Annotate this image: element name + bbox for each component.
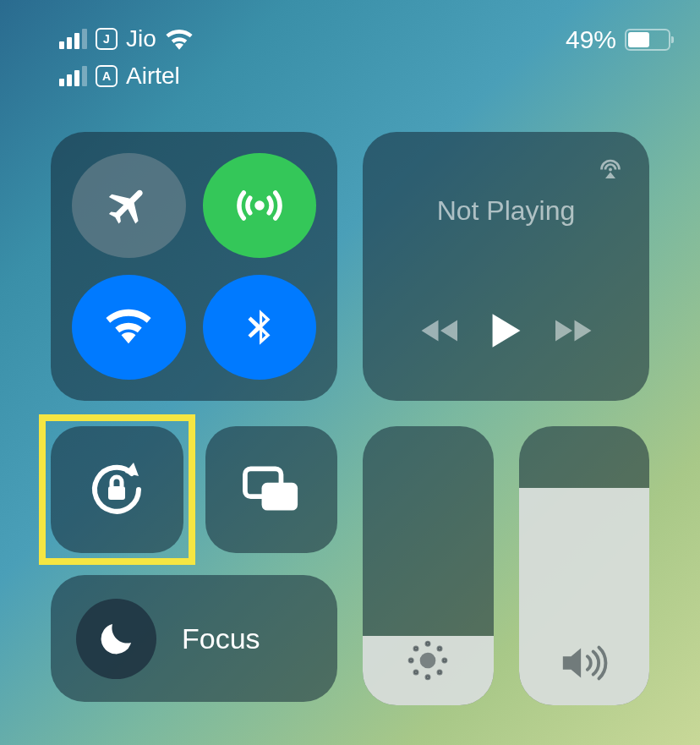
focus-label: Focus	[182, 622, 260, 655]
antenna-icon	[234, 180, 285, 231]
orientation-lock-button[interactable]	[51, 426, 183, 553]
airplane-icon	[105, 182, 152, 229]
focus-button[interactable]: Focus	[51, 575, 337, 702]
fast-forward-icon	[551, 315, 593, 346]
carrier-row-1: J Jio	[59, 25, 194, 52]
play-icon	[489, 311, 523, 350]
bluetooth-icon	[238, 303, 281, 352]
svg-point-1	[609, 168, 612, 172]
svg-point-9	[443, 659, 447, 663]
screen-mirroring-icon	[241, 464, 302, 515]
brightness-icon	[404, 637, 451, 684]
moon-icon	[96, 618, 137, 659]
volume-icon	[558, 642, 610, 684]
signal-bars-icon	[59, 29, 87, 49]
svg-rect-2	[108, 486, 125, 500]
focus-moon-circle	[76, 599, 156, 679]
brightness-slider[interactable]	[363, 426, 494, 705]
media-title: Not Playing	[388, 195, 624, 227]
svg-point-10	[414, 647, 418, 651]
svg-point-8	[409, 659, 413, 663]
rewind-icon	[419, 315, 462, 346]
rewind-button[interactable]	[419, 315, 462, 346]
status-carriers: J Jio A Airtel	[59, 25, 194, 90]
svg-point-7	[426, 676, 430, 680]
status-bar: J Jio A Airtel 49%	[0, 0, 700, 90]
battery-fill	[628, 32, 649, 47]
airplay-icon	[595, 153, 626, 184]
wifi-icon	[165, 28, 194, 50]
row2-left-col: Focus	[51, 426, 337, 705]
control-center-grid: Not Playing	[0, 90, 700, 705]
svg-point-11	[438, 671, 442, 675]
airplane-mode-button[interactable]	[72, 153, 186, 258]
status-battery: 49%	[566, 25, 670, 54]
bluetooth-button[interactable]	[203, 275, 317, 380]
fast-forward-button[interactable]	[551, 315, 593, 346]
sim-badge-2: A	[96, 65, 118, 87]
sim-badge-1: J	[96, 28, 118, 50]
battery-icon	[625, 29, 670, 51]
svg-point-12	[438, 647, 442, 651]
play-button[interactable]	[489, 311, 523, 350]
svg-rect-4	[261, 483, 298, 511]
svg-point-0	[254, 200, 265, 211]
connectivity-panel[interactable]	[51, 132, 337, 401]
cellular-data-button[interactable]	[203, 153, 317, 258]
orientation-lock-icon	[83, 456, 150, 523]
carrier-row-2: A Airtel	[59, 63, 194, 90]
screen-mirroring-button[interactable]	[205, 426, 338, 553]
svg-point-6	[426, 642, 430, 646]
sliders-group	[363, 426, 649, 705]
airplay-button[interactable]	[595, 153, 626, 184]
signal-bars-icon	[59, 66, 87, 86]
svg-point-13	[414, 671, 418, 675]
carrier-name-1: Jio	[126, 25, 156, 52]
volume-slider[interactable]	[519, 426, 650, 705]
wifi-button[interactable]	[72, 275, 186, 380]
svg-point-5	[420, 653, 436, 669]
carrier-name-2: Airtel	[126, 63, 180, 90]
wifi-icon	[104, 303, 153, 352]
media-panel[interactable]: Not Playing	[363, 132, 649, 401]
battery-percent-label: 49%	[566, 25, 616, 54]
